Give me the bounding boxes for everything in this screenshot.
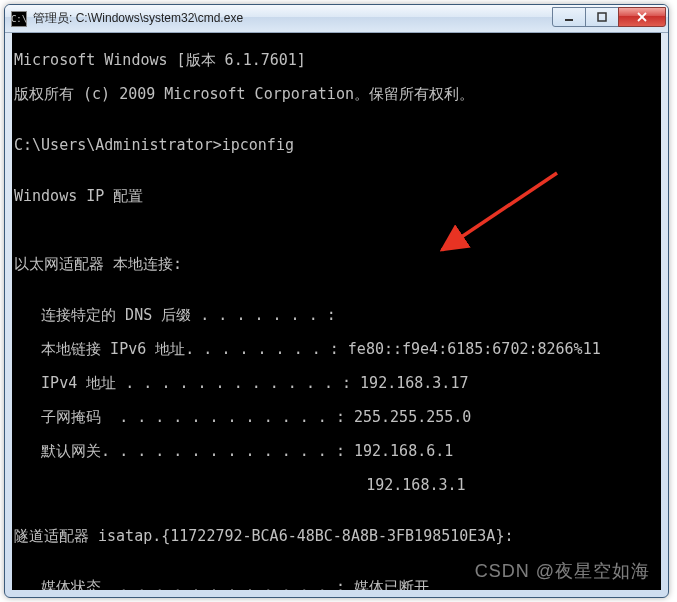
output-line: Microsoft Windows [版本 6.1.7601]	[14, 52, 659, 69]
window-controls	[553, 7, 666, 27]
cmd-window: C:\ 管理员: C:\Windows\system32\cmd.exe Mic…	[4, 4, 669, 598]
window-title: 管理员: C:\Windows\system32\cmd.exe	[33, 10, 553, 27]
annotation-arrow-icon	[432, 168, 562, 263]
output-line: 本地链接 IPv6 地址. . . . . . . . : fe80::f9e4…	[14, 341, 659, 358]
prompt-line: C:\Users\Administrator>ipconfig	[14, 137, 659, 154]
output-line: 192.168.3.1	[14, 477, 659, 494]
output-line: 子网掩码 . . . . . . . . . . . . : 255.255.2…	[14, 409, 659, 426]
output-line: 连接特定的 DNS 后缀 . . . . . . . :	[14, 307, 659, 324]
watermark: CSDN @夜星空如海	[475, 559, 650, 583]
output-line: IPv4 地址 . . . . . . . . . . . . : 192.16…	[14, 375, 659, 392]
svg-rect-1	[598, 13, 606, 21]
output-line: 默认网关. . . . . . . . . . . . . : 192.168.…	[14, 443, 659, 460]
titlebar[interactable]: C:\ 管理员: C:\Windows\system32\cmd.exe	[5, 5, 668, 33]
section-header: 以太网适配器 本地连接:	[14, 256, 659, 273]
maximize-button[interactable]	[585, 7, 619, 27]
section-header: 隧道适配器 isatap.{11722792-BCA6-48BC-8A8B-3F…	[14, 528, 659, 545]
svg-line-4	[442, 173, 557, 250]
output-line: 版权所有 (c) 2009 Microsoft Corporation。保留所有…	[14, 86, 659, 103]
cmd-icon: C:\	[11, 11, 27, 27]
output-line: Windows IP 配置	[14, 188, 659, 205]
close-button[interactable]	[618, 7, 666, 27]
terminal-output[interactable]: Microsoft Windows [版本 6.1.7601] 版权所有 (c)…	[12, 33, 661, 590]
minimize-button[interactable]	[552, 7, 586, 27]
